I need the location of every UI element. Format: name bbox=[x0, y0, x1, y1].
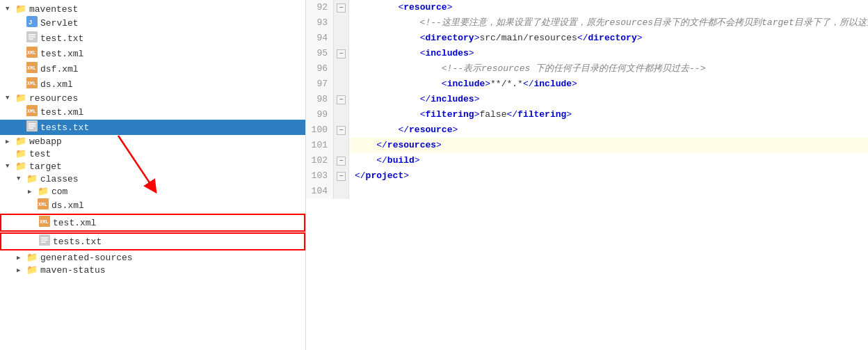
tree-item-classes[interactable]: ▼ 📁 classes bbox=[0, 173, 305, 185]
fold-icon[interactable]: − bbox=[337, 172, 346, 181]
code-line-97: 97 <include>**/*.*</include> bbox=[306, 77, 868, 92]
line-number: 102 bbox=[306, 153, 334, 168]
file-label: ds.xml bbox=[51, 200, 84, 211]
code-line-104: 104 bbox=[306, 184, 868, 199]
tree-item-target-test-xml[interactable]: XML test.xml bbox=[0, 214, 305, 232]
tree-arrow: ▶ bbox=[17, 254, 26, 262]
svg-text:XML: XML bbox=[27, 50, 36, 56]
code-line-99: 99 <filtering>false</filtering> bbox=[306, 107, 868, 122]
line-number: 99 bbox=[306, 107, 334, 122]
line-gutter bbox=[334, 61, 349, 77]
xml-icon: XML bbox=[26, 109, 38, 119]
tree-item-ds-xml-target[interactable]: XML ds.xml bbox=[0, 198, 305, 213]
svg-text:XML: XML bbox=[38, 202, 47, 207]
folder-icon: 📁 bbox=[15, 136, 26, 147]
line-number: 94 bbox=[306, 31, 334, 46]
line-number: 101 bbox=[306, 138, 334, 153]
file-label: target bbox=[29, 161, 62, 172]
code-line-95: 95− <includes> bbox=[306, 46, 868, 61]
txt-icon bbox=[26, 35, 38, 45]
line-content: <include>**/*.*</include> bbox=[349, 77, 868, 92]
fold-icon[interactable]: − bbox=[337, 49, 346, 58]
folder-icon: 📁 bbox=[26, 174, 38, 184]
line-gutter: − bbox=[334, 92, 349, 107]
folder-icon: 📁 bbox=[38, 186, 49, 197]
tree-item-target-tests-txt[interactable]: tests.txt bbox=[0, 232, 305, 250]
code-line-100: 100− </resource> bbox=[306, 122, 868, 138]
line-number: 97 bbox=[306, 77, 334, 92]
code-line-103: 103−</project> bbox=[306, 168, 868, 184]
tree-item-resources[interactable]: ▼ 📁 resources bbox=[0, 92, 305, 104]
file-label: test.xml bbox=[53, 218, 96, 228]
tree-item-res-test-xml[interactable]: XML test.xml bbox=[0, 104, 305, 120]
line-gutter: − bbox=[334, 153, 349, 168]
folder-icon: 📁 bbox=[15, 161, 26, 172]
folder-icon: 📁 bbox=[15, 93, 26, 104]
svg-text:XML: XML bbox=[27, 109, 36, 114]
line-content: <includes> bbox=[349, 46, 868, 61]
line-content: </resources> bbox=[349, 138, 868, 153]
file-label: maven-status bbox=[40, 265, 106, 276]
file-tree[interactable]: ▼ 📁 maventest J Servlet test.txt XML tes… bbox=[0, 0, 306, 350]
tree-item-test-xml[interactable]: XML test.xml bbox=[0, 46, 305, 61]
code-line-94: 94 <directory>src/main/resources</direct… bbox=[306, 31, 868, 46]
line-number: 98 bbox=[306, 92, 334, 107]
tree-arrow: ▶ bbox=[17, 267, 26, 274]
line-gutter: − bbox=[334, 46, 349, 61]
tree-item-com[interactable]: ▶ 📁 com bbox=[0, 185, 305, 198]
xml-icon: XML bbox=[26, 81, 38, 91]
file-label: com bbox=[51, 186, 67, 197]
tree-item-test-folder[interactable]: 📁 test bbox=[0, 148, 305, 160]
svg-text:XML: XML bbox=[27, 65, 36, 71]
code-line-98: 98− </includes> bbox=[306, 92, 868, 107]
line-content bbox=[349, 184, 868, 199]
tree-item-target[interactable]: ▼ 📁 target bbox=[0, 160, 305, 173]
tree-item-ds-xml[interactable]: XML ds.xml bbox=[0, 77, 305, 92]
line-number: 104 bbox=[306, 184, 334, 199]
xml-icon: XML bbox=[26, 66, 38, 76]
svg-text:J: J bbox=[29, 19, 32, 26]
line-content: </includes> bbox=[349, 92, 868, 107]
svg-text:XML: XML bbox=[27, 81, 36, 86]
fold-icon[interactable]: − bbox=[337, 95, 346, 104]
tree-item-dsf-xml[interactable]: XML dsf.xml bbox=[0, 61, 305, 77]
file-label: maventest bbox=[29, 4, 78, 15]
tree-item-servlet[interactable]: J Servlet bbox=[0, 15, 305, 31]
xml-icon: XML bbox=[39, 220, 50, 230]
tree-item-maven-status[interactable]: ▶ 📁 maven-status bbox=[0, 264, 305, 276]
line-gutter bbox=[334, 107, 349, 122]
line-content: <!--这里要注意，如果设置了处理设置，原先resources目录下的文件都不会… bbox=[349, 15, 868, 31]
file-label: test.txt bbox=[40, 33, 83, 44]
line-number: 93 bbox=[306, 15, 334, 31]
line-number: 92 bbox=[306, 0, 334, 15]
code-content: 92− <resource>93 <!--这里要注意，如果设置了处理设置，原先r… bbox=[306, 0, 868, 199]
line-gutter: − bbox=[334, 168, 349, 184]
tree-arrow: ▼ bbox=[6, 95, 15, 102]
line-number: 103 bbox=[306, 168, 334, 184]
xml-icon: XML bbox=[38, 202, 49, 212]
line-gutter bbox=[334, 15, 349, 31]
code-line-101: 101 </resources> bbox=[306, 138, 868, 153]
line-gutter bbox=[334, 184, 349, 199]
java-icon: J bbox=[26, 20, 38, 30]
tree-item-tests-txt[interactable]: tests.txt bbox=[0, 120, 305, 135]
line-content: <directory>src/main/resources</directory… bbox=[349, 31, 868, 46]
line-number: 95 bbox=[306, 46, 334, 61]
fold-icon[interactable]: − bbox=[337, 126, 346, 135]
file-label: classes bbox=[40, 174, 79, 184]
fold-icon[interactable]: − bbox=[337, 3, 346, 13]
line-content: <resource> bbox=[349, 0, 868, 15]
code-line-92: 92− <resource> bbox=[306, 0, 868, 15]
tree-item-test-txt[interactable]: test.txt bbox=[0, 31, 305, 46]
tree-arrow: ▶ bbox=[28, 188, 38, 196]
file-label: test.xml bbox=[40, 49, 83, 59]
line-content: <!--表示resources 下的任何子目录的任何文件都拷贝过去--> bbox=[349, 61, 868, 77]
tree-arrow: ▶ bbox=[6, 138, 15, 145]
line-gutter: − bbox=[334, 0, 349, 15]
tree-item-generated-sources[interactable]: ▶ 📁 generated-sources bbox=[0, 251, 305, 264]
fold-icon[interactable]: − bbox=[337, 157, 346, 166]
line-number: 96 bbox=[306, 61, 334, 77]
tree-item-webapp[interactable]: ▶ 📁 webapp bbox=[0, 135, 305, 148]
code-line-93: 93 <!--这里要注意，如果设置了处理设置，原先resources目录下的文件… bbox=[306, 15, 868, 31]
tree-item-maventest[interactable]: ▼ 📁 maventest bbox=[0, 3, 305, 15]
